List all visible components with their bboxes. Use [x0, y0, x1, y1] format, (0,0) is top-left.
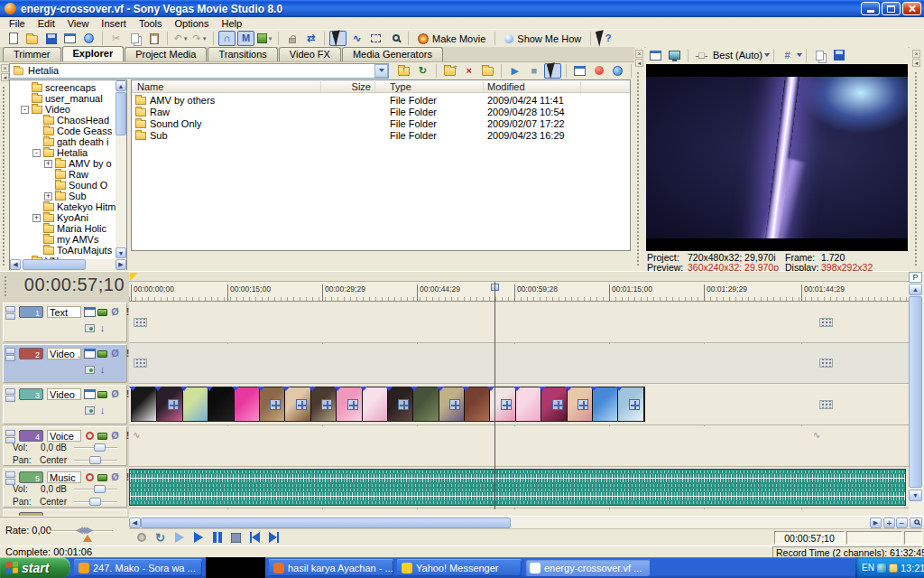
- pan-crop-icon[interactable]: [398, 399, 409, 410]
- add-to-favorites-button[interactable]: [479, 63, 496, 79]
- collapse-icon[interactable]: -: [21, 106, 29, 114]
- tree-item-raw[interactable]: Raw: [10, 169, 126, 180]
- pan-crop-icon[interactable]: [321, 399, 332, 410]
- overlay-grid-button[interactable]: #: [779, 48, 796, 63]
- chevron-down-icon[interactable]: [764, 53, 770, 57]
- whats-this-help-button[interactable]: ?: [596, 31, 613, 46]
- pan-crop-icon[interactable]: [168, 399, 179, 410]
- collapse-panel-icon[interactable]: ◂: [635, 59, 643, 67]
- automation-settings-icon[interactable]: [83, 405, 97, 416]
- menu-insert[interactable]: Insert: [95, 17, 133, 29]
- chevron-down-icon[interactable]: ▼: [202, 36, 208, 42]
- timeline-vertical-scrollbar[interactable]: ▲ ▼: [909, 271, 924, 516]
- track-motion-icon[interactable]: [83, 388, 97, 400]
- tree-horizontal-scrollbar[interactable]: ◀ ▶: [10, 259, 126, 270]
- external-monitor-button[interactable]: [666, 48, 683, 63]
- pan-crop-icon[interactable]: [347, 399, 358, 410]
- lock-envelopes-button[interactable]: [283, 31, 300, 46]
- timeline-time-display[interactable]: 00:00:57;10: [11, 275, 125, 298]
- vscroll-thumb[interactable]: [909, 296, 922, 488]
- video-event-thumbnail[interactable]: [132, 387, 157, 421]
- grip-dots[interactable]: [2, 86, 6, 266]
- pan-crop-icon[interactable]: [296, 399, 307, 410]
- close-panel-icon[interactable]: ×: [912, 50, 920, 58]
- track-minimize-buttons[interactable]: [5, 306, 15, 321]
- arm-record-icon[interactable]: [83, 471, 97, 483]
- event-keyframe-icon[interactable]: [819, 359, 833, 368]
- track-header-voice[interactable]: 4VoiceØ!Vol:0,0 dBPan:Center: [3, 426, 127, 466]
- file-row-sound-only[interactable]: Sound OnlyFile Folder2009/02/07 17:22: [132, 118, 630, 130]
- tree-item-amv-by-o[interactable]: +AMV by o: [10, 158, 126, 169]
- tree-item-screencaps[interactable]: screencaps: [10, 82, 126, 93]
- delete-button[interactable]: ×: [460, 63, 477, 79]
- zoom-in-icon[interactable]: +: [883, 517, 895, 528]
- collapse-panel-icon[interactable]: ◂: [1, 73, 9, 81]
- track-fx-icon[interactable]: [96, 348, 109, 359]
- mute-icon[interactable]: Ø: [108, 306, 122, 318]
- playhead[interactable]: [494, 282, 495, 509]
- time-ruler[interactable]: 00:00:00;0000:00:15;0000:00:29;2900:00:4…: [129, 282, 909, 302]
- save-snapshot-button[interactable]: [830, 48, 847, 63]
- video-event-thumbnail[interactable]: [541, 387, 567, 421]
- auto-ripple-button[interactable]: ▼: [256, 31, 273, 46]
- preview-quality-icon-button[interactable]: -□-: [693, 48, 710, 63]
- close-panel-icon[interactable]: ×: [635, 50, 643, 58]
- tray-messenger-icon[interactable]: [877, 564, 886, 573]
- selection-edit-tool-button[interactable]: [367, 31, 384, 46]
- pause-button[interactable]: [208, 530, 226, 545]
- selection-length-field[interactable]: [904, 531, 922, 545]
- video-event-thumbnail[interactable]: [260, 387, 285, 421]
- grip-dots[interactable]: [636, 71, 641, 266]
- chevron-down-icon[interactable]: ▼: [268, 36, 273, 42]
- get-media-from-web-button[interactable]: [590, 63, 607, 79]
- stop-button[interactable]: [227, 530, 245, 545]
- up-one-level-button[interactable]: [395, 63, 412, 79]
- pan-crop-icon[interactable]: [629, 399, 640, 410]
- collapse-icon[interactable]: -: [32, 149, 41, 157]
- close-panel-icon[interactable]: ×: [1, 64, 9, 72]
- track-row-video-[interactable]: [129, 344, 909, 384]
- track-minimize-buttons[interactable]: [5, 388, 15, 403]
- envelope-edit-tool-button[interactable]: ∿: [348, 31, 365, 46]
- cut-button[interactable]: ✂: [107, 31, 125, 46]
- mute-icon[interactable]: Ø: [108, 430, 122, 442]
- pan-crop-icon[interactable]: [552, 399, 563, 410]
- new-project-button[interactable]: [5, 31, 22, 46]
- tab-trimmer[interactable]: Trimmer: [3, 47, 61, 61]
- stop-preview-button[interactable]: ■: [525, 63, 542, 79]
- track-header-text[interactable]: 1TextØ!↓: [3, 303, 127, 342]
- collapse-panel-icon[interactable]: ◂: [912, 59, 920, 67]
- go-to-start-button[interactable]: [246, 530, 263, 545]
- undo-button[interactable]: ↶▼: [172, 31, 189, 46]
- track-name[interactable]: Text: [47, 306, 81, 318]
- video-event-thumbnail[interactable]: [183, 387, 208, 421]
- tree-item-sub[interactable]: +Sub: [10, 191, 126, 201]
- grip-dots[interactable]: [4, 275, 8, 297]
- scroll-up-icon[interactable]: ▲: [116, 80, 126, 91]
- close-button[interactable]: [902, 2, 921, 15]
- cursor-time-field[interactable]: 00:00:57;10: [774, 531, 845, 545]
- video-event-thumbnail[interactable]: [618, 387, 643, 421]
- chevron-down-icon[interactable]: ▼: [183, 36, 189, 42]
- column-header-modified[interactable]: Modified: [485, 81, 581, 92]
- video-event-thumbnail[interactable]: [439, 387, 465, 421]
- tree-item-chaoshead[interactable]: ChaosHead: [10, 115, 126, 126]
- media-manager-button[interactable]: [571, 63, 588, 79]
- video-output-properties-button[interactable]: [647, 48, 664, 63]
- track-header-6-partial[interactable]: [3, 509, 127, 517]
- composite-mode-icon[interactable]: ↓: [96, 405, 109, 416]
- volume-slider-handle[interactable]: [94, 485, 106, 493]
- tree-item-user_manual[interactable]: user_manual: [10, 93, 126, 104]
- publish-movie-button[interactable]: [80, 31, 97, 46]
- maximize-button[interactable]: [882, 2, 901, 15]
- copy-button[interactable]: [126, 31, 143, 46]
- tree-item-sound-o[interactable]: Sound O: [10, 180, 126, 191]
- loop-playback-button[interactable]: ↻: [152, 530, 169, 545]
- marker-p[interactable]: P: [909, 272, 922, 283]
- event-keyframe-icon[interactable]: [819, 400, 833, 409]
- taskbar-task-5[interactable]: energy-crossover.vf ...: [525, 559, 650, 576]
- track-row-video[interactable]: [129, 385, 909, 425]
- event-keyframe-icon[interactable]: [134, 359, 147, 368]
- timeline-horizontal-scrollbar[interactable]: ◀ ▶ + −: [129, 516, 924, 528]
- tree-item-code-geass[interactable]: Code Geass: [10, 126, 126, 136]
